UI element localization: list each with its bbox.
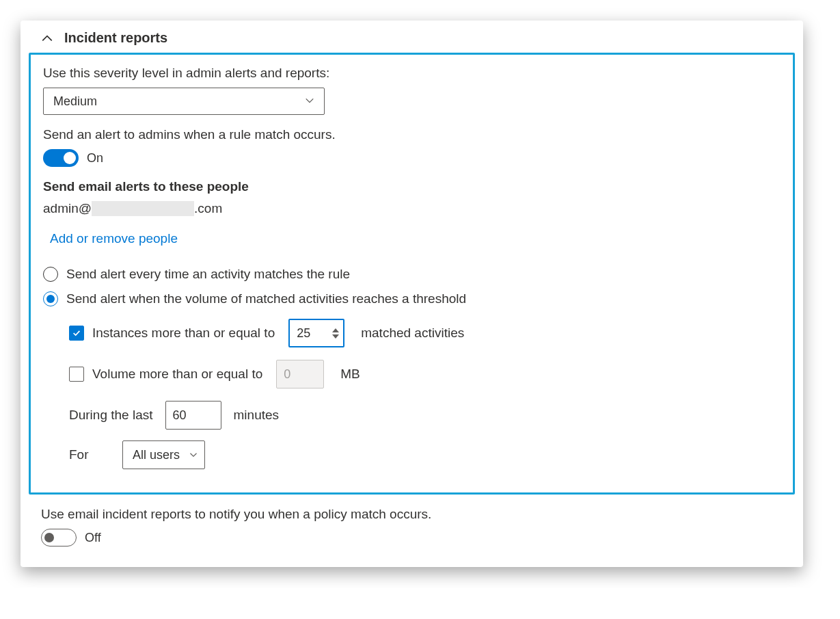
volume-input[interactable]: 0	[276, 360, 324, 388]
radio-threshold-input[interactable]	[43, 291, 58, 306]
volume-unit: MB	[340, 367, 360, 382]
radio-every-time-label: Send alert every time an activity matche…	[66, 267, 350, 282]
email-suffix: .com	[194, 201, 222, 216]
chevron-down-icon	[189, 448, 198, 462]
for-select[interactable]: All users	[122, 440, 205, 469]
radio-every-time[interactable]: Send alert every time an activity matche…	[43, 267, 781, 282]
during-label: During the last	[69, 408, 153, 423]
email-recipient: admin@ .com	[43, 201, 781, 216]
for-value: All users	[133, 448, 180, 462]
instances-label: Instances more than or equal to	[92, 326, 275, 341]
stepper-up-icon[interactable]	[332, 328, 339, 333]
radio-every-time-input[interactable]	[43, 267, 58, 282]
chevron-up-icon	[41, 32, 53, 44]
add-remove-people-link[interactable]: Add or remove people	[50, 231, 178, 246]
during-value: 60	[173, 408, 217, 423]
incident-email-label: Use email incident reports to notify you…	[41, 507, 783, 522]
severity-label: Use this severity level in admin alerts …	[43, 66, 781, 81]
for-label: For	[69, 447, 110, 462]
email-prefix: admin@	[43, 201, 92, 216]
during-input[interactable]: 60	[165, 401, 221, 430]
instances-value: 25	[297, 326, 332, 341]
incident-email-state: Off	[85, 531, 101, 545]
instances-input[interactable]: 25	[288, 319, 344, 347]
section-title: Incident reports	[64, 30, 167, 46]
incident-email-toggle[interactable]	[41, 529, 77, 546]
email-redacted	[92, 201, 194, 216]
volume-checkbox[interactable]	[69, 367, 84, 382]
radio-threshold[interactable]: Send alert when the volume of matched ac…	[43, 291, 781, 306]
highlighted-settings-region: Use this severity level in admin alerts …	[29, 53, 795, 495]
alert-admins-toggle[interactable]	[43, 149, 79, 167]
incident-email-section: Use email incident reports to notify you…	[21, 500, 803, 546]
threshold-settings: Instances more than or equal to 25 match…	[69, 319, 781, 469]
alert-admins-label: Send an alert to admins when a rule matc…	[43, 127, 781, 142]
instances-stepper[interactable]	[332, 328, 339, 339]
during-unit: minutes	[234, 408, 280, 423]
severity-value: Medium	[53, 94, 97, 109]
instances-suffix: matched activities	[361, 326, 464, 341]
volume-placeholder: 0	[284, 367, 319, 382]
severity-select[interactable]: Medium	[43, 88, 325, 115]
incident-reports-panel: Incident reports Use this severity level…	[21, 21, 803, 567]
instances-checkbox[interactable]	[69, 326, 84, 341]
volume-label: Volume more than or equal to	[92, 367, 262, 382]
alert-admins-state: On	[87, 151, 103, 166]
radio-threshold-label: Send alert when the volume of matched ac…	[66, 291, 466, 306]
email-alerts-label: Send email alerts to these people	[43, 179, 781, 194]
stepper-down-icon[interactable]	[332, 334, 339, 339]
chevron-down-icon	[305, 94, 314, 109]
section-header[interactable]: Incident reports	[21, 21, 803, 53]
